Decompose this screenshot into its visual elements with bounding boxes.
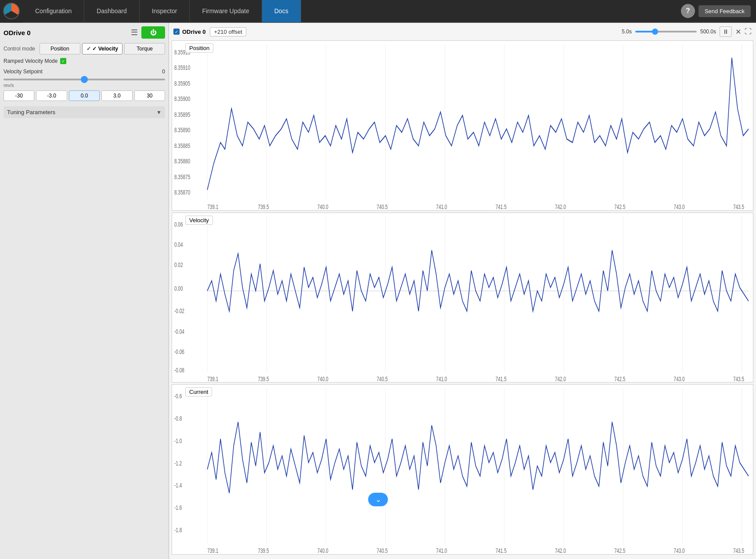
tuning-parameters-header[interactable]: Tuning Parameters ▼ xyxy=(4,106,165,118)
slider-container xyxy=(4,76,165,82)
svg-text:741.0: 741.0 xyxy=(436,547,447,554)
svg-text:8.35900: 8.35900 xyxy=(174,95,190,103)
setpoint-buttons: -30 -3.0 0.0 3.0 30 xyxy=(4,90,165,101)
svg-text:739.5: 739.5 xyxy=(258,547,269,554)
device-header: ODrive 0 ☰ ⏻ xyxy=(4,26,165,39)
svg-text:742.0: 742.0 xyxy=(555,202,566,210)
svg-text:739.1: 739.1 xyxy=(207,202,218,210)
ramp-checkbox[interactable]: ✓ xyxy=(60,58,66,64)
velocity-chart-title: Velocity xyxy=(185,216,213,225)
svg-text:740.0: 740.0 xyxy=(317,202,328,210)
tab-dashboard[interactable]: Dashboard xyxy=(84,0,140,22)
svg-text:8.35885: 8.35885 xyxy=(174,142,190,150)
chart-controls-bar: ✓ ODrive 0 +210 offset 5.0s 500.0s ⏸ ✕ ⛶ xyxy=(172,25,753,38)
time-range-slider[interactable] xyxy=(635,31,697,32)
svg-text:740.0: 740.0 xyxy=(317,375,328,382)
ramp-label: Ramped Velocity Mode xyxy=(4,58,58,64)
scroll-down-button[interactable]: ⌄ xyxy=(368,493,388,506)
tab-firmware[interactable]: Firmware Update xyxy=(190,0,262,22)
svg-text:743.5: 743.5 xyxy=(733,202,744,210)
svg-text:8.35890: 8.35890 xyxy=(174,126,190,134)
time-max-label: 500.0s xyxy=(700,29,716,35)
feedback-button[interactable]: Send Feedback xyxy=(698,5,751,17)
svg-text:743.0: 743.0 xyxy=(674,547,685,554)
svg-text:743.0: 743.0 xyxy=(674,375,685,382)
time-current-label: 5.0s xyxy=(622,29,632,35)
left-panel: ODrive 0 ☰ ⏻ Control mode Position ✓ Vel… xyxy=(0,23,169,559)
setpoint-label: Velocity Setpoint xyxy=(4,69,154,75)
current-chart: Current -0.6 -0.8 -1.0 -1.2 -1.4 -1.6 -1… xyxy=(172,384,753,555)
chart-area: Position 8.35915 8.35910 8.35905 8.35900… xyxy=(172,40,753,556)
chart-controls-right: 5.0s 500.0s ⏸ ✕ ⛶ xyxy=(622,26,752,37)
svg-text:8.35895: 8.35895 xyxy=(174,111,190,119)
sp-btn-plus3[interactable]: 3.0 xyxy=(101,90,132,101)
svg-text:-1.6: -1.6 xyxy=(174,504,182,512)
power-button[interactable]: ⏻ xyxy=(141,26,165,39)
velocity-slider[interactable] xyxy=(4,79,165,80)
svg-text:-0.08: -0.08 xyxy=(174,366,184,374)
tab-inspector[interactable]: Inspector xyxy=(140,0,190,22)
svg-text:-0.06: -0.06 xyxy=(174,347,184,355)
svg-text:743.5: 743.5 xyxy=(733,375,744,382)
svg-text:8.35905: 8.35905 xyxy=(174,79,190,87)
svg-text:0.02: 0.02 xyxy=(174,261,183,269)
tab-configuration[interactable]: Configuration xyxy=(23,0,84,22)
setpoint-row: Velocity Setpoint 0 xyxy=(4,69,165,75)
svg-text:-1.8: -1.8 xyxy=(174,526,182,534)
svg-text:-0.6: -0.6 xyxy=(174,392,182,400)
svg-text:743.0: 743.0 xyxy=(674,202,685,210)
sp-btn-plus30[interactable]: 30 xyxy=(134,90,165,101)
nav-right-area: ? Send Feedback xyxy=(681,4,756,18)
offset-badge: +210 offset xyxy=(210,27,246,36)
svg-text:742.5: 742.5 xyxy=(614,375,625,382)
control-mode-row: Control mode Position ✓ Velocity Torque xyxy=(4,43,165,54)
svg-text:741.5: 741.5 xyxy=(496,375,507,382)
svg-text:8.35880: 8.35880 xyxy=(174,157,190,165)
svg-text:0.00: 0.00 xyxy=(174,285,183,292)
unit-label: rev/s xyxy=(4,83,165,88)
chart-expand-button[interactable]: ⛶ xyxy=(745,28,752,36)
help-button[interactable]: ? xyxy=(681,4,695,18)
velocity-chart-svg: 0.06 0.04 0.02 0.00 -0.02 -0.04 -0.06 -0… xyxy=(172,213,753,382)
sp-btn-minus3[interactable]: -3.0 xyxy=(36,90,67,101)
svg-text:741.5: 741.5 xyxy=(496,547,507,554)
svg-text:-0.04: -0.04 xyxy=(174,327,184,335)
svg-text:-1.0: -1.0 xyxy=(174,437,182,445)
svg-text:740.5: 740.5 xyxy=(377,375,388,382)
svg-text:0.04: 0.04 xyxy=(174,241,183,249)
chart-pause-button[interactable]: ⏸ xyxy=(720,26,732,37)
logo-area xyxy=(0,0,23,22)
mode-velocity[interactable]: ✓ Velocity xyxy=(82,43,123,54)
svg-text:741.0: 741.0 xyxy=(436,375,447,382)
mode-position[interactable]: Position xyxy=(40,43,80,54)
odrive-label: ODrive 0 xyxy=(182,29,205,35)
hamburger-menu[interactable]: ☰ xyxy=(131,28,138,37)
svg-text:742.0: 742.0 xyxy=(555,547,566,554)
position-chart-svg: 8.35915 8.35910 8.35905 8.35900 8.35895 … xyxy=(172,41,753,210)
device-name-label: ODrive 0 xyxy=(4,29,127,36)
velocity-chart: Velocity 0.06 0.04 0.02 0.00 -0.02 -0.04… xyxy=(172,213,753,383)
main-layout: ODrive 0 ☰ ⏻ Control mode Position ✓ Vel… xyxy=(0,23,756,559)
svg-text:741.0: 741.0 xyxy=(436,202,447,210)
svg-text:739.1: 739.1 xyxy=(207,375,218,382)
tab-docs[interactable]: Docs xyxy=(262,0,301,22)
svg-text:742.5: 742.5 xyxy=(614,202,625,210)
svg-text:743.5: 743.5 xyxy=(733,547,744,554)
svg-text:8.35870: 8.35870 xyxy=(174,188,190,196)
sp-btn-minus30[interactable]: -30 xyxy=(4,90,34,101)
chevron-down-icon: ▼ xyxy=(156,109,162,115)
svg-text:740.5: 740.5 xyxy=(377,547,388,554)
tuning-label: Tuning Parameters xyxy=(7,109,55,115)
current-chart-svg: -0.6 -0.8 -1.0 -1.2 -1.4 -1.6 -1.8 xyxy=(172,385,753,554)
sp-btn-zero[interactable]: 0.0 xyxy=(69,90,100,101)
position-chart: Position 8.35915 8.35910 8.35905 8.35900… xyxy=(172,40,753,211)
top-navigation: Configuration Dashboard Inspector Firmwa… xyxy=(0,0,756,23)
svg-text:741.5: 741.5 xyxy=(496,202,507,210)
svg-text:742.0: 742.0 xyxy=(555,375,566,382)
odrive-checkbox[interactable]: ✓ xyxy=(173,29,180,35)
svg-text:739.5: 739.5 xyxy=(258,375,269,382)
mode-torque[interactable]: Torque xyxy=(124,43,165,54)
odrive-checkbox-row: ✓ ODrive 0 xyxy=(173,29,205,35)
chart-close-button[interactable]: ✕ xyxy=(735,28,741,36)
svg-text:8.35910: 8.35910 xyxy=(174,64,190,72)
